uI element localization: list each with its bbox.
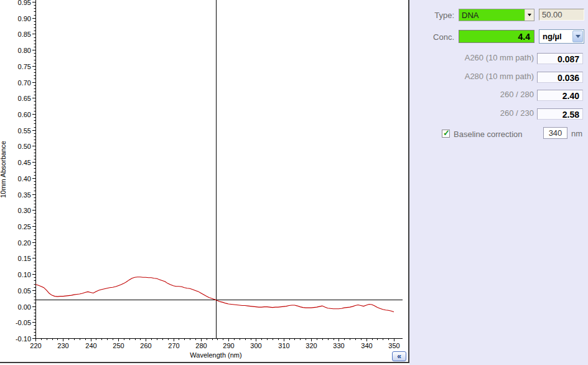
ratio-260-230-label: 260 / 230 xyxy=(409,108,534,118)
a280-value: 0.036 xyxy=(537,72,583,83)
svg-text:0.35: 0.35 xyxy=(18,191,31,199)
unit-dropdown[interactable]: ng/µl xyxy=(539,29,584,44)
svg-text:0.90: 0.90 xyxy=(18,15,31,22)
sample-type-value: DNA xyxy=(459,9,525,21)
ratio-260-280-value: 2.40 xyxy=(537,90,583,101)
svg-text:0.00: 0.00 xyxy=(18,303,31,311)
spectrum-chart-area: 0.950.900.850.800.750.700.650.600.550.50… xyxy=(0,0,409,363)
svg-text:0.40: 0.40 xyxy=(18,175,31,183)
svg-text:0.45: 0.45 xyxy=(18,159,31,166)
svg-text:0.65: 0.65 xyxy=(18,95,31,102)
unit-value: ng/µl xyxy=(539,32,572,41)
svg-text:290: 290 xyxy=(223,342,234,349)
svg-text:0.70: 0.70 xyxy=(18,79,31,87)
svg-text:-0.10: -0.10 xyxy=(16,335,31,343)
svg-text:0.85: 0.85 xyxy=(18,31,31,38)
baseline-wavelength-input[interactable]: 340 xyxy=(543,127,567,139)
svg-text:300: 300 xyxy=(250,342,261,349)
svg-text:310: 310 xyxy=(278,342,289,349)
concentration-value: 4.4 xyxy=(459,30,534,43)
a260-label: A260 (10 mm path) xyxy=(409,53,534,62)
spectrum-plot: 0.950.900.850.800.750.700.650.600.550.50… xyxy=(0,0,408,362)
measurement-row: A280 (10 mm path) 0.036 xyxy=(409,72,588,83)
concentration-label: Conc. xyxy=(409,32,454,42)
baseline-correction-label: Baseline correction xyxy=(454,130,523,139)
svg-text:0.75: 0.75 xyxy=(18,63,31,70)
svg-text:0.05: 0.05 xyxy=(18,287,31,295)
svg-text:0.60: 0.60 xyxy=(18,111,31,118)
svg-text:320: 320 xyxy=(306,342,317,349)
baseline-checkbox[interactable] xyxy=(442,130,450,138)
collapse-panel-button[interactable]: « xyxy=(392,351,406,361)
svg-text:230: 230 xyxy=(57,342,68,349)
measurement-row: A260 (10 mm path) 0.087 xyxy=(409,53,588,64)
svg-text:0.10: 0.10 xyxy=(18,271,31,278)
svg-text:270: 270 xyxy=(168,342,179,349)
svg-text:250: 250 xyxy=(113,342,124,349)
svg-text:260: 260 xyxy=(140,342,151,349)
svg-text:0.95: 0.95 xyxy=(18,0,31,6)
svg-text:-0.05: -0.05 xyxy=(16,319,31,326)
measurement-row: 260 / 280 2.40 xyxy=(409,90,588,101)
svg-text:0.55: 0.55 xyxy=(18,127,31,135)
svg-text:220: 220 xyxy=(30,342,41,349)
svg-text:0.15: 0.15 xyxy=(18,255,31,262)
svg-text:0.20: 0.20 xyxy=(18,239,31,247)
svg-text:0.80: 0.80 xyxy=(18,47,31,54)
svg-text:350: 350 xyxy=(388,342,399,349)
baseline-unit-label: nm xyxy=(571,129,582,138)
svg-text:0.25: 0.25 xyxy=(18,223,31,230)
a260-value: 0.087 xyxy=(537,53,583,64)
dropdown-arrow-icon[interactable] xyxy=(525,9,534,21)
factor-field[interactable]: 50.00 xyxy=(539,9,584,21)
measurement-row: 260 / 230 2.58 xyxy=(409,108,588,120)
ratio-260-230-value: 2.58 xyxy=(537,108,583,120)
type-label: Type: xyxy=(409,11,454,20)
a280-label: A280 (10 mm path) xyxy=(409,72,534,81)
ratio-260-280-label: 260 / 280 xyxy=(409,90,534,99)
svg-text:10mm Absorbance: 10mm Absorbance xyxy=(0,141,7,198)
measurement-panel: Type: DNA 50.00 Conc. 4.4 ng/µl A260 (10… xyxy=(409,0,588,365)
svg-text:Wavelength (nm): Wavelength (nm) xyxy=(190,351,241,359)
svg-text:280: 280 xyxy=(195,342,207,349)
svg-text:330: 330 xyxy=(333,342,344,349)
svg-text:0.30: 0.30 xyxy=(18,207,31,214)
svg-text:340: 340 xyxy=(361,342,372,349)
sample-type-dropdown[interactable]: DNA xyxy=(459,9,534,21)
chevron-down-icon[interactable] xyxy=(572,31,583,42)
svg-text:0.50: 0.50 xyxy=(18,143,31,150)
svg-text:240: 240 xyxy=(85,342,96,349)
